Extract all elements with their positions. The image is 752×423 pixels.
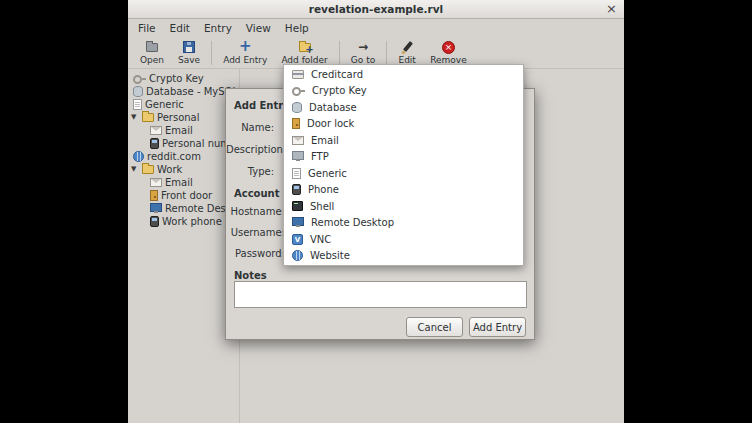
hostname-label: Hostname: [226,206,285,217]
open-folder-icon [146,43,158,52]
toolbar-separator [386,41,387,65]
toolbar-remove-button[interactable]: Remove [423,39,474,66]
type-menu-item-generic[interactable]: Generic [284,165,523,182]
phone-icon [150,216,159,227]
sidebar-item-label: Front door [161,190,212,201]
type-menu-item-label: Door lock [307,118,354,129]
menu-view[interactable]: View [239,20,278,36]
toolbar-save-label: Save [178,55,200,65]
type-menu-item-crypto-key[interactable]: Crypto Key [284,83,523,100]
type-menu-item-ftp[interactable]: FTP [284,149,523,166]
add-folder-icon [299,43,311,52]
sidebar-item-label: reddit.com [147,151,201,162]
phone-icon [292,184,301,195]
type-menu-item-label: Remote Desktop [311,217,394,228]
type-menu-item-door-lock[interactable]: Door lock [284,116,523,133]
type-menu-item-phone[interactable]: Phone [284,182,523,199]
key-icon [292,85,305,96]
toolbar-save-button[interactable]: Save [171,39,207,66]
menubar: File Edit Entry View Help [128,19,624,37]
toolbar-open-label: Open [140,55,164,65]
app-window: revelation-example.rvl × File Edit Entry… [128,0,624,423]
toolbar-open-button[interactable]: Open [133,39,171,66]
type-menu-item-database[interactable]: Database [284,99,523,116]
type-menu-item-label: Creditcard [311,69,363,80]
add-entry-plus-icon [238,40,252,54]
menu-help[interactable]: Help [278,20,316,36]
remote-desktop-icon [150,203,162,212]
menu-edit[interactable]: Edit [163,20,197,36]
sidebar-item-personal[interactable]: ▼ Personal [128,111,239,124]
password-label: Password: [226,248,285,259]
sidebar-item-work-email[interactable]: Email [128,176,239,189]
sidebar-item-email[interactable]: Email [128,124,239,137]
type-menu-item-website[interactable]: Website [284,248,523,265]
doorlock-icon [292,118,300,129]
database-icon [133,86,143,97]
toolbar-separator [339,41,340,65]
sidebar-item-label: Work [157,164,182,175]
vnc-icon [292,234,303,245]
sidebar-item-crypto-key[interactable]: Crypto Key [128,72,239,85]
remove-icon [442,41,455,54]
sidebar-item-label: Work phone [162,216,222,227]
window-title: revelation-example.rvl [309,3,443,15]
add-entry-button[interactable]: Add Entry [469,317,526,337]
sidebar-item-generic[interactable]: Generic [128,98,239,111]
type-menu-item-label: Email [311,135,339,146]
sidebar-item-personal-number[interactable]: Personal number [128,137,239,150]
type-menu-item-shell[interactable]: Shell [284,198,523,215]
type-menu-item-remote-desktop[interactable]: Remote Desktop [284,215,523,232]
type-menu-item-label: Database [309,102,357,113]
menu-file[interactable]: File [131,20,163,36]
type-menu-item-label: Generic [308,168,347,179]
sidebar-item-label: Email [165,177,193,188]
sidebar-tree: Crypto Key Database - MySQL e Generic ▼ … [128,69,240,423]
type-menu-item-creditcard[interactable]: Creditcard [284,66,523,83]
sidebar-item-database[interactable]: Database - MySQL e [128,85,239,98]
type-menu-item-vnc[interactable]: VNC [284,231,523,248]
type-menu-item-label: Crypto Key [312,85,367,96]
toolbar-goto-button[interactable]: Go to [344,39,382,66]
creditcard-icon [292,70,304,79]
type-menu-item-label: FTP [311,151,329,162]
email-icon [150,178,162,187]
toolbar-add-folder-button[interactable]: Add folder [274,39,334,66]
sidebar-item-work[interactable]: ▼ Work [128,163,239,176]
type-menu-item-label: Website [310,250,350,261]
generic-icon [292,168,301,179]
cancel-button[interactable]: Cancel [406,317,463,337]
folder-icon [142,113,154,122]
name-label: Name: [226,122,274,133]
type-label: Type: [226,166,274,177]
edit-pencil-icon [401,41,413,54]
sidebar-item-front-door[interactable]: Front door [128,189,239,202]
toolbar-add-entry-button[interactable]: Add Entry [216,39,274,66]
expander-icon[interactable]: ▼ [131,163,139,176]
sidebar-item-remote-desktop[interactable]: Remote Desktop [128,202,239,215]
username-label: Username: [226,227,285,238]
sidebar-item-label: Crypto Key [149,73,204,84]
type-menu-item-label: Phone [308,184,339,195]
sidebar-item-label: Personal [157,112,200,123]
type-menu-item-email[interactable]: Email [284,132,523,149]
notes-header: Notes [234,270,267,281]
goto-icon [356,41,370,54]
phone-icon [150,138,159,149]
key-icon [133,73,146,84]
database-icon [292,102,302,113]
menu-entry[interactable]: Entry [197,20,239,36]
doorlock-icon [150,190,158,201]
toolbar-add-entry-label: Add Entry [223,55,267,65]
save-icon [183,41,195,53]
close-icon[interactable]: × [606,0,617,19]
expander-icon[interactable]: ▼ [131,111,139,124]
description-label: Description: [226,144,274,155]
ftp-icon [292,151,304,160]
toolbar-edit-button[interactable]: Edit [391,39,423,66]
type-dropdown-menu: Creditcard Crypto Key Database Door lock… [283,64,524,266]
sidebar-item-reddit[interactable]: reddit.com [128,150,239,163]
notes-input[interactable] [234,281,527,308]
sidebar-item-work-phone[interactable]: Work phone [128,215,239,228]
titlebar: revelation-example.rvl × [128,0,624,19]
